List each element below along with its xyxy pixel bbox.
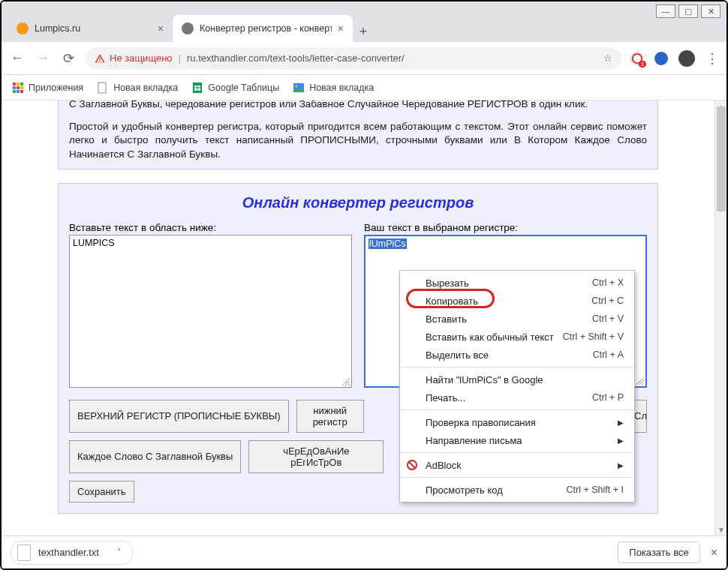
svg-line-19 xyxy=(348,384,350,386)
omnibox[interactable]: Не защищено | ru.texthandler.com/text-to… xyxy=(86,47,621,70)
page-icon xyxy=(97,82,109,94)
extension-adblock-icon[interactable]: 3 xyxy=(630,52,644,65)
capitalize-words-button[interactable]: Каждое Слово С Заглавной Буквы xyxy=(69,440,241,473)
bookmark-sheets[interactable]: Google Таблицы xyxy=(191,82,279,94)
window-maximize-button[interactable]: ▢ xyxy=(678,4,698,18)
submenu-arrow-icon: ▶ xyxy=(618,461,624,470)
context-print[interactable]: Печать...Ctrl + P xyxy=(400,388,634,406)
context-inspect[interactable]: Просмотреть кодCtrl + Shift + I xyxy=(400,481,634,499)
ctx-label: AdBlock xyxy=(426,460,462,471)
nav-reload-button[interactable]: ⟳ xyxy=(60,50,77,67)
tab-close-icon[interactable]: × xyxy=(158,22,164,34)
ctx-shortcut: Ctrl + P xyxy=(592,392,624,403)
scroll-down-arrow[interactable]: ▼ xyxy=(715,524,727,536)
ctx-label: Вставить xyxy=(426,314,467,325)
address-bar: ← → ⟳ Не защищено | ru.texthandler.com/t… xyxy=(2,42,726,75)
svg-line-22 xyxy=(642,383,644,385)
warning-icon xyxy=(95,53,105,64)
tab-favicon xyxy=(17,22,29,34)
svg-rect-8 xyxy=(17,90,20,93)
resize-handle-icon[interactable] xyxy=(342,378,350,386)
submenu-arrow-icon: ▶ xyxy=(618,418,624,427)
save-button[interactable]: Сохранить xyxy=(69,481,134,502)
bookmark-label: Приложения xyxy=(29,82,83,93)
uppercase-button[interactable]: ВЕРХНИЙ РЕГИСТР (ПРОПИСНЫЕ БУКВЫ) xyxy=(69,400,289,433)
nav-back-button[interactable]: ← xyxy=(9,50,26,67)
output-label: Ваш текст в выбраном регистре: xyxy=(364,222,647,233)
bookmark-newtab2[interactable]: Новая вкладка xyxy=(293,82,374,94)
resize-handle-icon[interactable] xyxy=(636,377,644,385)
new-tab-button[interactable]: + xyxy=(353,21,374,42)
window-minimize-button[interactable]: — xyxy=(656,4,675,18)
chevron-up-icon[interactable]: ˄ xyxy=(117,548,122,557)
tab-lumpics[interactable]: Lumpics.ru × xyxy=(8,15,173,42)
svg-rect-5 xyxy=(17,86,20,89)
bookmark-apps[interactable]: Приложения xyxy=(12,82,83,94)
svg-rect-4 xyxy=(13,86,16,89)
context-search-google[interactable]: Найти "lUmPiCs" в Google xyxy=(400,370,634,388)
context-cut[interactable]: ВырезатьCtrl + X xyxy=(400,274,634,292)
chrome-menu-button[interactable]: ⋮ xyxy=(705,50,719,67)
bookmark-newtab[interactable]: Новая вкладка xyxy=(97,82,178,94)
lowercase-button[interactable]: нижний регистр xyxy=(296,400,364,433)
alternating-case-button[interactable]: чЕрЕдОвАнИе рЕгИсТрОв xyxy=(248,440,384,473)
context-paste-plain[interactable]: Вставить как обычный текстCtrl + Shift +… xyxy=(400,328,634,346)
ctx-label: Вставить как обычный текст xyxy=(426,332,554,343)
bookmark-star-icon[interactable]: ☆ xyxy=(603,52,612,64)
ctx-label: Копировать xyxy=(426,296,478,307)
context-spellcheck[interactable]: Проверка правописания▶ xyxy=(400,413,634,431)
url-text: ru.texthandler.com/text-tools/letter-cas… xyxy=(187,52,405,64)
description-paragraph: Простой и удобный конвертер регистра, ко… xyxy=(69,120,647,161)
tab-favicon xyxy=(182,22,194,34)
nav-forward-button[interactable]: → xyxy=(35,50,51,67)
context-separator xyxy=(400,367,634,368)
adblock-icon xyxy=(406,459,418,471)
svg-rect-6 xyxy=(20,86,23,89)
ctx-shortcut: Ctrl + C xyxy=(591,296,624,306)
ctx-label: Печать... xyxy=(426,392,465,404)
close-shelf-button[interactable]: × xyxy=(711,546,717,560)
context-writing-direction[interactable]: Направление письма▶ xyxy=(400,431,634,449)
ctx-label: Проверка правописания xyxy=(426,417,536,428)
tab-close-icon[interactable]: × xyxy=(338,22,344,34)
tab-strip: Lumpics.ru × Конвертер регистров - конве… xyxy=(2,2,726,42)
tab-title: Конвертер регистров - конверт xyxy=(200,23,332,34)
ctx-shortcut: Ctrl + V xyxy=(592,314,624,324)
ctx-shortcut: Ctrl + A xyxy=(593,350,624,360)
ctx-label: Выделить все xyxy=(426,350,489,361)
badge: 3 xyxy=(639,61,646,68)
input-text: LUMPICS xyxy=(73,238,115,248)
svg-rect-9 xyxy=(20,90,23,93)
extension-globe-icon[interactable] xyxy=(654,52,668,65)
svg-rect-7 xyxy=(13,90,16,93)
context-separator xyxy=(400,477,634,478)
svg-rect-1 xyxy=(13,82,16,86)
description-box: С Заглавной Буквы, чередование регистров… xyxy=(58,100,658,170)
svg-rect-2 xyxy=(17,82,20,86)
tab-texthandler[interactable]: Конвертер регистров - конверт × xyxy=(173,15,353,42)
svg-rect-3 xyxy=(20,82,23,86)
download-item[interactable]: texthandler.txt ˄ xyxy=(11,541,133,565)
download-filename: texthandler.txt xyxy=(38,547,99,558)
image-icon xyxy=(293,82,305,94)
not-secure-label: Не защищено xyxy=(110,52,173,64)
context-separator xyxy=(400,410,634,410)
profile-avatar[interactable] xyxy=(678,50,695,67)
show-all-downloads-button[interactable]: Показать все xyxy=(618,542,699,563)
context-adblock[interactable]: AdBlock▶ xyxy=(400,456,634,474)
scroll-thumb[interactable] xyxy=(717,106,726,212)
tab-title: Lumpics.ru xyxy=(35,23,80,34)
ctx-shortcut: Ctrl + Shift + V xyxy=(563,332,624,342)
context-select-all[interactable]: Выделить всеCtrl + A xyxy=(400,346,634,364)
ctx-label: Найти "lUmPiCs" в Google xyxy=(426,374,543,386)
context-paste[interactable]: ВставитьCtrl + V xyxy=(400,310,634,328)
ctx-label: Вырезать xyxy=(426,278,469,289)
ctx-shortcut: Ctrl + X xyxy=(592,278,624,288)
ctx-label: Направление письма xyxy=(426,435,522,446)
input-textarea[interactable]: LUMPICS xyxy=(69,235,352,388)
not-secure-indicator[interactable]: Не защищено xyxy=(95,52,173,64)
vertical-scrollbar[interactable]: ▲ ▼ xyxy=(714,100,726,536)
window-close-button[interactable]: ✕ xyxy=(701,4,720,18)
context-copy[interactable]: КопироватьCtrl + C xyxy=(400,292,634,310)
separator: | xyxy=(179,52,181,64)
